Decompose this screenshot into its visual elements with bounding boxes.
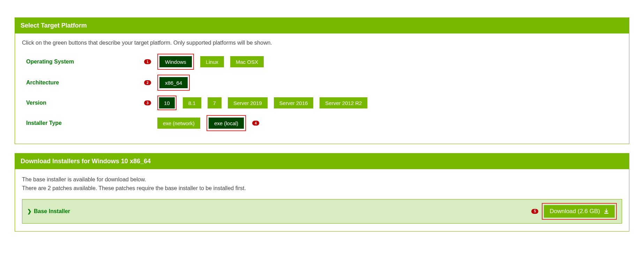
download-button[interactable]: Download (2.6 GB) <box>544 205 615 218</box>
highlight-box-installer: exe (local) <box>207 115 246 131</box>
download-desc-line1: The base installer is available for down… <box>22 176 146 182</box>
base-installer-left: ❯ Base Installer <box>27 208 70 214</box>
callout-4: 4 <box>252 121 259 126</box>
highlight-box-os: Windows <box>157 54 194 70</box>
label-architecture: Architecture <box>22 80 144 86</box>
download-button-label: Download (2.6 GB) <box>549 208 600 215</box>
highlight-box-version: 10 <box>157 96 177 110</box>
select-target-platform-panel: Select Target Platform Click on the gree… <box>15 17 629 144</box>
callout-2: 2 <box>144 80 151 85</box>
download-desc-line2: There are 2 patches available. These pat… <box>22 185 246 191</box>
option-version-8-1[interactable]: 8.1 <box>183 97 201 108</box>
callout-3: 3 <box>144 100 151 105</box>
label-version: Version <box>22 100 144 106</box>
download-panel-body: The base installer is available for down… <box>15 169 629 231</box>
panel-header-download: Download Installers for Windows 10 x86_6… <box>15 153 629 169</box>
row-version: Version 3 10 8.1 7 Server 2019 Server 20… <box>22 96 622 110</box>
highlight-box-download: Download (2.6 GB) <box>542 203 617 220</box>
options-installer-type: exe (network) exe (local) 4 <box>144 115 259 131</box>
option-version-server-2019[interactable]: Server 2019 <box>228 97 268 108</box>
panel-header-select-target: Select Target Platform <box>15 18 629 33</box>
chevron-right-icon: ❯ <box>27 208 32 214</box>
option-installer-exe-network[interactable]: exe (network) <box>157 118 200 129</box>
option-version-server-2016[interactable]: Server 2016 <box>274 97 314 108</box>
row-operating-system: Operating System 1 Windows Linux Mac OSX <box>22 54 622 70</box>
label-installer-type: Installer Type <box>22 120 144 126</box>
option-version-7[interactable]: 7 <box>208 97 222 108</box>
option-os-linux[interactable]: Linux <box>200 56 224 67</box>
row-installer-type: Installer Type exe (network) exe (local)… <box>22 115 622 131</box>
options-architecture: 2 x86_64 <box>144 75 190 91</box>
callout-1: 1 <box>144 59 151 64</box>
base-installer-label: Base Installer <box>34 208 70 214</box>
option-version-server-2012-r2[interactable]: Server 2012 R2 <box>320 97 367 108</box>
option-os-windows[interactable]: Windows <box>159 56 192 67</box>
options-operating-system: 1 Windows Linux Mac OSX <box>144 54 264 70</box>
svg-rect-0 <box>604 213 608 214</box>
label-operating-system: Operating System <box>22 59 144 65</box>
option-version-10[interactable]: 10 <box>159 97 175 108</box>
option-arch-x86-64[interactable]: x86_64 <box>159 77 188 88</box>
download-panel: Download Installers for Windows 10 x86_6… <box>15 153 629 232</box>
download-description: The base installer is available for down… <box>22 175 622 193</box>
callout-5: 5 <box>531 209 538 214</box>
row-architecture: Architecture 2 x86_64 <box>22 75 622 91</box>
option-installer-exe-local[interactable]: exe (local) <box>209 118 244 129</box>
platform-intro-text: Click on the green buttons that describe… <box>22 40 622 46</box>
download-icon <box>604 209 609 214</box>
option-os-macosx[interactable]: Mac OSX <box>230 56 264 67</box>
options-version: 3 10 8.1 7 Server 2019 Server 2016 Serve… <box>144 96 367 110</box>
platform-panel-body: Click on the green buttons that describe… <box>15 33 629 144</box>
base-installer-row: ❯ Base Installer 5 Download (2.6 GB) <box>22 199 622 224</box>
highlight-box-arch: x86_64 <box>157 75 190 91</box>
